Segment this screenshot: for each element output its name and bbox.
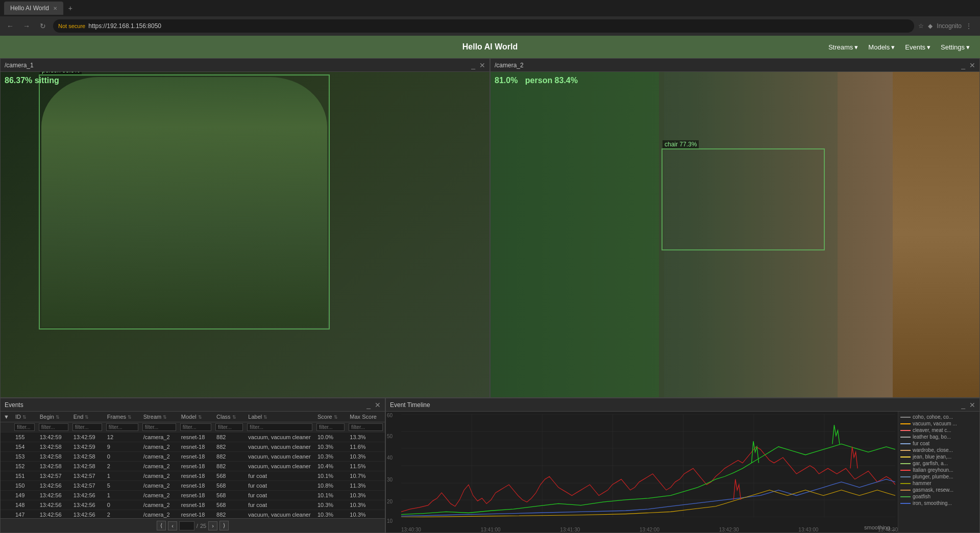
filter-score[interactable] — [316, 423, 345, 431]
timeline-minimize[interactable]: _ — [961, 401, 965, 409]
bookmark-icon[interactable]: ☆ — [918, 22, 924, 30]
col-end[interactable]: End ⇅ — [70, 412, 104, 422]
legend-color-swatch — [900, 456, 911, 458]
events-chevron: ▾ — [927, 43, 930, 51]
legend-color-swatch — [900, 430, 911, 431]
col-model[interactable]: Model ⇅ — [178, 412, 213, 422]
legend-color-swatch — [900, 450, 911, 451]
col-begin[interactable]: Begin ⇅ — [37, 412, 70, 422]
nav-events[interactable]: Events ▾ — [905, 43, 930, 51]
x-axis-labels: 13:40:30 13:41:00 13:41:30 13:42:00 13:4… — [401, 527, 898, 532]
page-total: 25 — [200, 523, 206, 529]
filter-model[interactable] — [180, 423, 211, 431]
filter-stream[interactable] — [142, 423, 176, 431]
reload-button[interactable]: ↻ — [37, 20, 49, 32]
x-label-6: 13:43:00 — [798, 527, 818, 532]
legend-item: gasmask, resew... — [900, 487, 977, 493]
timeline-content: 60 50 40 30 20 10 — [386, 412, 979, 532]
nav-streams[interactable]: Streams ▾ — [828, 43, 858, 51]
nav-models[interactable]: Models ▾ — [868, 43, 895, 51]
camera2-titlebar: /camera_2 _ ✕ — [491, 59, 979, 72]
new-tab-button[interactable]: + — [65, 4, 76, 12]
camera2-video: 81.0% person 83.4% chair 77.3% — [491, 72, 979, 397]
legend-label: vacuum, vacuum ... — [913, 421, 957, 426]
legend-label: gasmask, resew... — [913, 487, 953, 493]
tab-close-button[interactable]: ✕ — [53, 6, 57, 11]
col-stream[interactable]: Stream ⇅ — [140, 412, 178, 422]
x-label-2: 13:41:00 — [481, 527, 501, 532]
legend-label: goatfish — [913, 494, 930, 499]
app-header: Hello AI World Streams ▾ Models ▾ Events… — [0, 36, 980, 58]
prev-page-button[interactable]: ‹ — [168, 521, 177, 530]
url-box[interactable]: Not secure https://192.168.1.156:8050 — [53, 19, 914, 33]
legend-item: gar, garfish, a... — [900, 460, 977, 467]
address-bar: ← → ↻ Not secure https://192.168.1.156:8… — [0, 16, 980, 36]
bottom-row: Events _ ✕ ▼ ID ⇅ Begin ⇅ End ⇅ Frames ⇅ — [0, 398, 980, 533]
first-page-button[interactable]: ⟨ — [157, 521, 166, 530]
camera1-close[interactable]: ✕ — [479, 61, 485, 69]
forward-button[interactable]: → — [20, 20, 33, 32]
camera1-panel: /camera_1 _ ✕ person 95.9% 86.37% sittin… — [0, 58, 490, 398]
profile-icon[interactable]: Incognito — [937, 22, 962, 30]
table-row: 151 13:42:57 13:42:57 1 /camera_2 resnet… — [1, 471, 385, 481]
col-frames[interactable]: Frames ⇅ — [104, 412, 140, 422]
active-tab[interactable]: Hello AI World ✕ — [4, 2, 63, 15]
table-row: 154 13:42:58 13:42:59 9 /camera_2 resnet… — [1, 442, 385, 452]
main-content: /camera_1 _ ✕ person 95.9% 86.37% sittin… — [0, 58, 980, 533]
col-sort[interactable]: ▼ — [1, 412, 12, 422]
browser-chrome: Hello AI World ✕ + ← → ↻ Not secure http… — [0, 0, 980, 36]
next-page-button[interactable]: › — [208, 521, 217, 530]
streams-label: Streams — [828, 43, 853, 51]
camera2-minimize[interactable]: _ — [961, 61, 965, 69]
col-label[interactable]: Label ⇅ — [245, 412, 314, 422]
y-label-60: 60 — [387, 413, 393, 418]
events-tbody: 155 13:42:59 13:42:59 12 /camera_2 resne… — [1, 433, 385, 519]
tab-bar: Hello AI World ✕ + — [0, 0, 980, 16]
chart-area: 60 50 40 30 20 10 — [386, 412, 898, 532]
legend-item: vacuum, vacuum ... — [900, 420, 977, 427]
filter-label[interactable] — [247, 423, 312, 431]
nav-settings[interactable]: Settings ▾ — [941, 43, 970, 51]
filter-max-score[interactable] — [349, 423, 383, 431]
events-minimize[interactable]: _ — [366, 401, 371, 409]
pagination: ⟨ ‹ 1 / 25 › ⟩ — [1, 518, 385, 532]
extensions-icon[interactable]: ◆ — [928, 22, 933, 30]
back-button[interactable]: ← — [4, 20, 16, 32]
camera1-minimize[interactable]: _ — [471, 61, 475, 69]
filter-id[interactable] — [14, 423, 35, 431]
x-label-3: 13:41:30 — [560, 527, 580, 532]
menu-icon[interactable]: ⋮ — [966, 22, 972, 30]
address-bar-right: ☆ ◆ Incognito ⋮ — [918, 22, 972, 30]
camera2-panel: /camera_2 _ ✕ 81.0% person — [490, 58, 980, 398]
filter-row — [1, 422, 385, 433]
table-row: 148 13:42:56 13:42:56 0 /camera_2 resnet… — [1, 500, 385, 510]
filter-end[interactable] — [72, 423, 102, 431]
timeline-close[interactable]: ✕ — [969, 401, 975, 409]
app-title: Hello AI World — [462, 42, 518, 52]
camera1-controls: _ ✕ — [471, 61, 485, 69]
filter-begin[interactable] — [39, 423, 68, 431]
models-chevron: ▾ — [891, 43, 895, 51]
models-label: Models — [868, 43, 890, 51]
legend-color-swatch — [900, 503, 911, 504]
settings-label: Settings — [941, 43, 965, 51]
last-page-button[interactable]: ⟩ — [219, 521, 229, 530]
col-class[interactable]: Class ⇅ — [213, 412, 245, 422]
legend-item: goatfish — [900, 493, 977, 500]
legend-label: Italian greyhoun... — [913, 467, 953, 473]
filter-frames[interactable] — [106, 423, 138, 431]
camera2-close[interactable]: ✕ — [969, 61, 975, 69]
camera2-chair-box: chair 77.3% — [662, 148, 825, 250]
col-max-score[interactable]: Max Score — [347, 412, 385, 422]
camera2-door — [893, 72, 979, 397]
events-controls: _ ✕ — [366, 401, 381, 409]
legend-color-swatch — [900, 443, 911, 444]
filter-class[interactable] — [215, 423, 243, 431]
col-score[interactable]: Score ⇅ — [314, 412, 347, 422]
legend-label: wardrobe, close... — [913, 447, 953, 453]
legend-label: leather bag, bo... — [913, 434, 951, 440]
page-input[interactable]: 1 — [179, 521, 194, 530]
events-close[interactable]: ✕ — [375, 401, 381, 409]
settings-chevron: ▾ — [966, 43, 970, 51]
col-id[interactable]: ID ⇅ — [12, 412, 37, 422]
